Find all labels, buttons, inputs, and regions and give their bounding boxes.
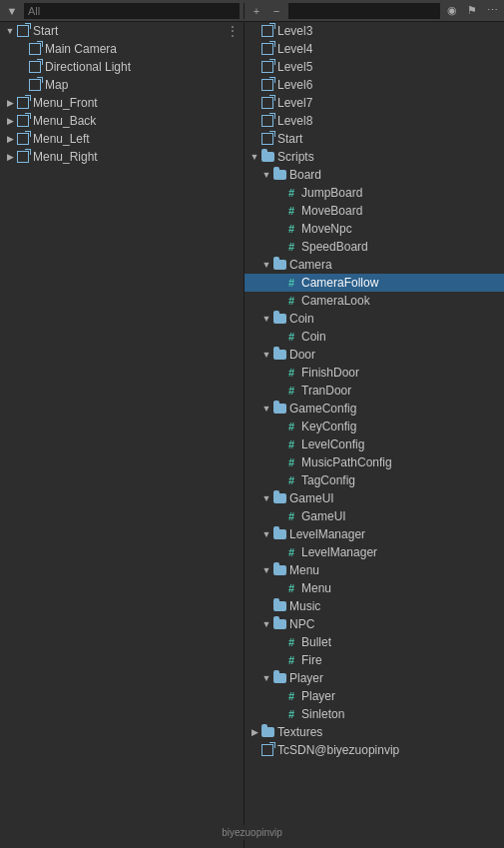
project-item-gameui-folder[interactable]: GameUI [245, 489, 504, 507]
script-icon: # [284, 653, 298, 667]
project-item-player-folder[interactable]: Player [245, 669, 504, 687]
item-label: FinishDoor [301, 366, 359, 380]
arrow-icon [249, 79, 260, 91]
project-item-textures-folder[interactable]: Textures [245, 723, 504, 741]
arrow-icon [272, 187, 284, 199]
folder-icon [260, 725, 274, 739]
hierarchy-item-menu-left[interactable]: Menu_Left [0, 130, 244, 148]
project-item-moveboard[interactable]: #MoveBoard [245, 202, 504, 220]
project-item-tcsdn[interactable]: TcSDN@biyezuopinvip [245, 741, 504, 759]
item-label: Menu_Front [33, 96, 98, 110]
bookmark-icon[interactable]: ⚑ [464, 3, 480, 19]
folder-icon [272, 599, 286, 613]
project-item-fire[interactable]: #Fire [245, 651, 504, 669]
project-item-npc-folder[interactable]: NPC [245, 615, 504, 633]
arrow-icon [260, 564, 272, 576]
project-item-movenpc[interactable]: #MoveNpc [245, 220, 504, 238]
arrow-icon [260, 600, 272, 612]
more-button[interactable]: ⋮ [226, 23, 244, 39]
arrow-icon [249, 25, 260, 37]
project-item-levelconfig[interactable]: #LevelConfig [245, 435, 504, 453]
item-label: Start [277, 132, 302, 146]
item-label: Map [45, 78, 68, 92]
project-item-keyconfig[interactable]: #KeyConfig [245, 418, 504, 435]
project-item-board-folder[interactable]: Board [245, 166, 504, 184]
project-item-level3[interactable]: Level3 [245, 22, 504, 40]
project-item-speedboard[interactable]: #SpeedBoard [245, 238, 504, 256]
project-item-menu-script[interactable]: #Menu [245, 579, 504, 597]
project-item-musicpathconfig[interactable]: #MusicPathConfig [245, 453, 504, 471]
project-item-finishdoor[interactable]: #FinishDoor [245, 364, 504, 382]
project-item-levelmanager-folder[interactable]: LevelManager [245, 525, 504, 543]
arrow-icon [272, 708, 284, 720]
script-icon: # [284, 635, 298, 649]
item-label: GameUI [289, 491, 334, 505]
item-label: Level3 [277, 24, 312, 38]
arrow-icon [249, 115, 260, 127]
folder-icon [272, 402, 286, 416]
item-label: Player [289, 671, 323, 685]
cube-icon [260, 743, 274, 757]
item-label: LevelManager [301, 545, 377, 559]
project-item-level6[interactable]: Level6 [245, 76, 504, 94]
hierarchy-item-main-camera[interactable]: Main Camera [0, 40, 244, 58]
item-label: Door [289, 348, 315, 362]
project-item-gameui-script[interactable]: #GameUI [245, 507, 504, 525]
hierarchy-item-map[interactable]: Map [0, 76, 244, 94]
project-item-player-script[interactable]: #Player [245, 687, 504, 705]
project-item-gameconfig-folder[interactable]: GameConfig [245, 400, 504, 418]
hierarchy-search-input[interactable] [24, 3, 240, 19]
project-item-tagconfig[interactable]: #TagConfig [245, 471, 504, 489]
item-label: Board [289, 168, 321, 182]
project-item-camera-folder[interactable]: Camera [245, 256, 504, 274]
folder-icon [272, 563, 286, 577]
arrow-icon [249, 726, 260, 738]
cube-icon [260, 78, 274, 92]
arrow-icon [16, 79, 28, 91]
hierarchy-item-start[interactable]: Start⋮ [0, 22, 244, 40]
project-item-start[interactable]: Start [245, 130, 504, 148]
arrow-icon [272, 474, 284, 486]
minus-icon[interactable]: − [268, 3, 284, 19]
project-item-trandoor[interactable]: #TranDoor [245, 382, 504, 400]
arrow-icon [272, 385, 284, 397]
project-item-menu-folder[interactable]: Menu [245, 561, 504, 579]
item-label: Sinleton [301, 707, 344, 721]
project-item-level4[interactable]: Level4 [245, 40, 504, 58]
eye-icon[interactable]: ◉ [444, 3, 460, 19]
item-label: TagConfig [301, 473, 355, 487]
project-item-level5[interactable]: Level5 [245, 58, 504, 76]
project-item-levelmanager-script[interactable]: #LevelManager [245, 543, 504, 561]
project-item-jumpboard[interactable]: #JumpBoard [245, 184, 504, 202]
hierarchy-item-directional-light[interactable]: Directional Light [0, 58, 244, 76]
hierarchy-item-menu-right[interactable]: Menu_Right [0, 148, 244, 166]
script-icon: # [284, 330, 298, 344]
item-label: Level7 [277, 96, 312, 110]
project-item-level8[interactable]: Level8 [245, 112, 504, 130]
item-label: Level4 [277, 42, 312, 56]
cube-icon [16, 132, 30, 146]
project-item-bullet[interactable]: #Bullet [245, 633, 504, 651]
arrow-icon [260, 492, 272, 504]
project-item-door-folder[interactable]: Door [245, 346, 504, 364]
project-item-level7[interactable]: Level7 [245, 94, 504, 112]
arrow-icon [272, 295, 284, 307]
item-label: Menu [301, 581, 331, 595]
project-item-coin-script[interactable]: #Coin [245, 328, 504, 346]
project-item-coin-folder[interactable]: Coin [245, 310, 504, 328]
arrow-icon [272, 636, 284, 648]
project-item-camerafollow[interactable]: #CameraFollow [245, 274, 504, 292]
project-item-scripts[interactable]: Scripts [245, 148, 504, 166]
project-search-input[interactable] [288, 3, 440, 19]
settings-icon[interactable]: ⋯ [484, 3, 500, 19]
project-item-music-folder[interactable]: Music [245, 597, 504, 615]
add-icon[interactable]: + [249, 3, 264, 19]
hierarchy-item-menu-back[interactable]: Menu_Back [0, 112, 244, 130]
script-icon: # [284, 294, 298, 308]
hierarchy-item-menu-front[interactable]: Menu_Front [0, 94, 244, 112]
item-label: Player [301, 689, 335, 703]
hierarchy-arrow-icon: ▼ [4, 3, 20, 19]
project-item-cameralook[interactable]: #CameraLook [245, 292, 504, 310]
script-icon: # [284, 240, 298, 254]
project-item-sinleton[interactable]: #Sinleton [245, 705, 504, 723]
